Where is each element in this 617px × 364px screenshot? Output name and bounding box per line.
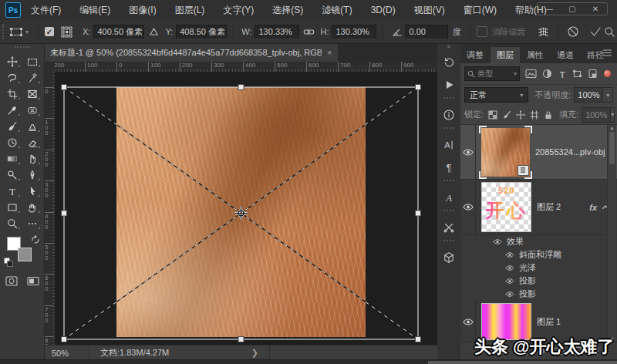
- commit-transform-icon[interactable]: [589, 26, 602, 37]
- visibility-eye-icon[interactable]: [460, 180, 476, 234]
- layers-scrollbar[interactable]: ▲ ▼: [607, 125, 616, 342]
- layer-name[interactable]: 图层 1: [537, 316, 561, 328]
- scroll-up-icon[interactable]: ▲: [609, 125, 615, 130]
- effect-row[interactable]: 投影: [460, 275, 617, 288]
- lasso-tool[interactable]: [2, 69, 22, 86]
- toolbar-grip[interactable]: [15, 46, 30, 51]
- tool-presets-panel-icon[interactable]: [437, 216, 460, 238]
- clone-stamp-tool[interactable]: [22, 118, 42, 134]
- pen-tool[interactable]: [22, 167, 42, 183]
- eraser-tool[interactable]: [22, 134, 42, 150]
- opacity-field[interactable]: 100%: [574, 87, 603, 103]
- cancel-transform-icon[interactable]: [567, 25, 579, 38]
- effect-row[interactable]: 斜面和浮雕: [460, 248, 617, 261]
- menu-item-3D(D)[interactable]: 3D(D): [371, 5, 396, 15]
- gradient-tool[interactable]: [2, 150, 22, 167]
- eyedropper-tool[interactable]: [2, 102, 22, 118]
- history-brush-tool[interactable]: [2, 134, 22, 150]
- menu-item-视图(V)[interactable]: 视图(V): [414, 4, 445, 17]
- layer-thumbnail[interactable]: 520 开心: [481, 182, 531, 232]
- glyphs-panel-icon[interactable]: A: [437, 186, 460, 208]
- layer-filter-search[interactable]: 类型 ▾: [464, 66, 520, 81]
- move-tool[interactable]: [2, 53, 22, 69]
- smudge-tool[interactable]: [22, 150, 42, 167]
- document-tab[interactable]: 未标题-1 @ 50% (20855324bf6d4487a4e45a77dd6…: [44, 43, 338, 62]
- visibility-eye-icon[interactable]: [460, 301, 476, 342]
- menu-item-文件(F)[interactable]: 文件(F): [31, 4, 61, 17]
- free-transform-overlay[interactable]: [55, 72, 437, 345]
- path-select-tool[interactable]: [22, 183, 42, 199]
- layer-row-smart-object[interactable]: 20855324...plv-obj: [460, 125, 617, 180]
- menu-item-编辑(E)[interactable]: 编辑(E): [79, 4, 110, 17]
- horizontal-ruler[interactable]: 2001000100200300400500600700800900: [55, 62, 437, 72]
- layer-row-2[interactable]: 520 开心 图层 2 fx: [460, 180, 617, 235]
- character-panel-icon[interactable]: A: [437, 133, 460, 156]
- history-panel-icon[interactable]: [437, 51, 460, 73]
- panel-tab-属性[interactable]: 属性: [521, 47, 550, 63]
- expand-panels-icon[interactable]: «: [437, 43, 460, 51]
- marquee-tool[interactable]: [22, 53, 42, 69]
- tab-close-icon[interactable]: ×: [327, 48, 332, 57]
- panel-tab-调整[interactable]: 调整: [460, 47, 490, 63]
- lock-all-icon[interactable]: [544, 110, 553, 120]
- preset-chevron-icon[interactable]: ▾: [25, 29, 29, 35]
- status-chevron-icon[interactable]: ❯: [251, 348, 258, 358]
- type-tool[interactable]: T: [2, 183, 22, 199]
- rectangle-tool[interactable]: [2, 199, 22, 215]
- layer-name[interactable]: 图层 2: [537, 201, 561, 213]
- document-info[interactable]: 文档:1.83M/4.27M ❯: [89, 345, 270, 360]
- panel-tab-图层[interactable]: 图层: [491, 47, 520, 63]
- visibility-eye-icon[interactable]: [460, 125, 476, 179]
- layer-thumbnail[interactable]: [481, 303, 531, 340]
- effect-row[interactable]: 光泽: [460, 261, 617, 275]
- menu-item-文字(Y)[interactable]: 文字(Y): [223, 4, 254, 17]
- magic-wand-tool[interactable]: [22, 69, 42, 86]
- zoom-level-field[interactable]: 50%: [52, 349, 79, 358]
- eye-icon[interactable]: [505, 265, 514, 271]
- toggle-reference-point-checkbox[interactable]: ✓: [45, 27, 54, 36]
- vertical-ruler[interactable]: 01 0 02 0 03 0 04 0 05 0 06 0 07 0 08 0 …: [44, 72, 56, 345]
- menu-item-窗口(W)[interactable]: 窗口(W): [464, 4, 497, 17]
- filter-shape-layers-icon[interactable]: [572, 69, 582, 79]
- background-color-swatch[interactable]: [18, 248, 32, 261]
- effects-header-row[interactable]: 效果: [460, 235, 617, 248]
- frame-tool[interactable]: [22, 86, 42, 102]
- maximize-button[interactable]: ▢: [561, 3, 584, 15]
- layer-name[interactable]: 20855324...plv-obj: [535, 147, 605, 157]
- lock-artboard-icon[interactable]: [530, 110, 539, 120]
- maintain-aspect-icon[interactable]: [303, 27, 315, 37]
- width-field[interactable]: 130.33%: [255, 25, 299, 39]
- height-field[interactable]: 130.30%: [332, 25, 376, 39]
- eye-icon[interactable]: [505, 278, 514, 285]
- fill-chevron-icon[interactable]: ▾: [611, 107, 615, 123]
- warp-mode-icon[interactable]: [538, 26, 549, 37]
- hand-tool[interactable]: [22, 199, 42, 215]
- crop-tool[interactable]: [2, 86, 22, 102]
- toolbar-more[interactable]: [22, 215, 42, 231]
- info-panel-icon[interactable]: [437, 103, 460, 126]
- filter-smart-objects-icon[interactable]: [588, 69, 598, 79]
- actions-panel-icon[interactable]: [437, 73, 460, 96]
- swap-colors-icon[interactable]: [31, 235, 40, 244]
- menu-item-图像(I)[interactable]: 图像(I): [129, 4, 156, 17]
- lock-transparency-icon[interactable]: [488, 110, 497, 120]
- menu-item-图层(L)[interactable]: 图层(L): [175, 4, 205, 17]
- fx-badge[interactable]: fx: [589, 203, 597, 212]
- filter-pixel-layers-icon[interactable]: [525, 69, 537, 79]
- filter-adjustment-layers-icon[interactable]: [542, 69, 552, 79]
- eye-icon[interactable]: [505, 251, 514, 258]
- close-button[interactable]: ✕: [584, 3, 607, 15]
- lock-position-icon[interactable]: [516, 110, 525, 120]
- antialias-checkbox[interactable]: [477, 26, 487, 37]
- panel-menu-icon[interactable]: [602, 49, 612, 57]
- blend-mode-select[interactable]: 正常 ▾: [464, 87, 528, 103]
- brush-tool[interactable]: [2, 118, 22, 134]
- patch-tool[interactable]: [22, 102, 42, 118]
- scrollbar-thumb[interactable]: [609, 132, 615, 164]
- transform-preset-icon[interactable]: [9, 26, 23, 38]
- y-position-field[interactable]: 408.50 像素: [176, 25, 227, 39]
- reference-point-grid-icon[interactable]: [61, 26, 72, 38]
- dodge-tool[interactable]: [2, 167, 22, 183]
- minimize-button[interactable]: —: [538, 3, 561, 15]
- default-colors-icon[interactable]: [4, 258, 13, 267]
